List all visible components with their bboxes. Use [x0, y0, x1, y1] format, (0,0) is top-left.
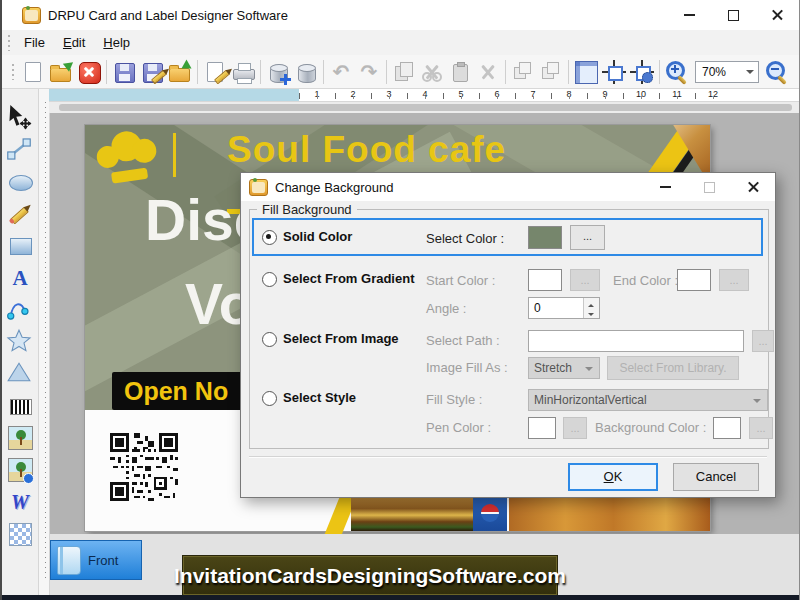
horizontal-scrollbar[interactable]	[49, 101, 800, 113]
minimize-button[interactable]	[667, 0, 711, 30]
menu-help[interactable]: Help	[94, 32, 139, 53]
background-pattern-tool-icon[interactable]	[6, 520, 34, 548]
pen-color-browse-button: ...	[563, 417, 587, 439]
zoom-level-select[interactable]: 70%	[695, 61, 759, 83]
image-tool-icon[interactable]	[6, 424, 34, 452]
ruler-number: 6	[479, 88, 515, 101]
toolbar-separator	[260, 60, 261, 84]
star-tool-icon[interactable]	[6, 328, 34, 356]
image-fill-as-label: Image Fill As :	[426, 360, 508, 375]
ruler-number: 1	[299, 88, 335, 101]
ruler-number: 2	[335, 88, 371, 101]
style-radio[interactable]	[262, 391, 277, 406]
cut-icon[interactable]	[419, 59, 445, 85]
grid-icon[interactable]	[573, 59, 599, 85]
app-icon	[22, 7, 41, 24]
print-icon[interactable]	[230, 59, 256, 85]
dialog-title-bar: Change Background	[241, 173, 775, 201]
solid-color-swatch[interactable]	[528, 226, 562, 249]
scrollbar-thumb[interactable]	[59, 104, 792, 111]
select-tool-icon[interactable]	[6, 104, 34, 132]
background-color-label: Background Color :	[595, 420, 706, 435]
save-as-icon[interactable]	[139, 59, 165, 85]
cancel-button[interactable]: Cancel	[673, 463, 759, 491]
window-edge	[0, 0, 2, 600]
start-color-browse-button: ...	[570, 269, 600, 291]
center-object-settings-icon[interactable]	[629, 59, 655, 85]
dialog-title: Change Background	[275, 180, 394, 195]
book-icon	[57, 546, 81, 575]
style-label[interactable]: Select Style	[283, 390, 356, 405]
open-file-icon[interactable]	[48, 59, 74, 85]
solid-color-label[interactable]: Solid Color	[283, 229, 352, 244]
zoom-in-icon[interactable]	[664, 59, 690, 85]
spinner-down-icon[interactable]	[584, 308, 599, 318]
gradient-label[interactable]: Select From Gradient	[283, 271, 414, 286]
image-radio[interactable]	[262, 332, 277, 347]
group-label: Fill Background	[257, 202, 357, 217]
toolbar-separator	[505, 60, 506, 84]
angle-label: Angle :	[426, 301, 466, 316]
toolbar-separator	[659, 60, 660, 84]
background-color-browse-button: ...	[749, 417, 773, 439]
toolbar-grip	[11, 64, 14, 80]
food-photo	[473, 498, 507, 531]
database-add-icon[interactable]	[265, 59, 291, 85]
application-window: DRPU Card and Label Designer Software Fi…	[0, 0, 800, 600]
new-document-icon[interactable]	[20, 59, 46, 85]
delete-icon[interactable]	[475, 59, 501, 85]
close-button[interactable]	[755, 0, 799, 30]
solid-color-browse-button[interactable]: ...	[570, 225, 605, 250]
bring-to-front-icon[interactable]	[510, 59, 536, 85]
dialog-minimize-button[interactable]	[643, 173, 687, 201]
pencil-tool-icon[interactable]	[6, 200, 34, 228]
center-object-icon[interactable]	[601, 59, 627, 85]
solid-color-radio[interactable]	[262, 230, 277, 245]
paste-icon[interactable]	[447, 59, 473, 85]
dialog-close-button[interactable]	[731, 173, 775, 201]
select-path-label: Select Path :	[426, 333, 500, 348]
path-input[interactable]	[528, 330, 744, 352]
end-color-label: End Color :	[613, 273, 678, 288]
zoom-out-icon[interactable]	[764, 59, 790, 85]
ellipse-tool-icon[interactable]	[6, 168, 34, 196]
maximize-button[interactable]	[711, 0, 755, 30]
save-icon[interactable]	[111, 59, 137, 85]
gradient-radio[interactable]	[262, 272, 277, 287]
undo-icon[interactable]: ↶	[328, 59, 354, 85]
export-file-icon[interactable]	[167, 59, 193, 85]
triangle-tool-icon[interactable]	[6, 360, 34, 388]
image-library-tool-icon[interactable]	[6, 456, 34, 484]
menu-edit[interactable]: Edit	[54, 32, 94, 53]
angle-spinner[interactable]: 0	[528, 297, 600, 319]
tool-palette: A W	[2, 88, 39, 595]
database-icon[interactable]	[293, 59, 319, 85]
window-title: DRPU Card and Label Designer Software	[48, 8, 288, 23]
select-color-label: Select Color :	[426, 231, 504, 246]
window-bottom-edge	[0, 595, 799, 600]
barcode-tool-icon[interactable]	[6, 392, 34, 420]
toolbar-separator	[568, 60, 569, 84]
vertical-ruler	[38, 88, 50, 595]
qr-code	[110, 433, 178, 503]
ruler-number: 7	[515, 88, 551, 101]
ruler-number: 8	[551, 88, 587, 101]
copy-icon[interactable]	[391, 59, 417, 85]
wordart-tool-icon[interactable]: W	[6, 488, 34, 516]
ruler-number: 9	[587, 88, 623, 101]
text-tool-icon[interactable]: A	[6, 264, 34, 292]
close-file-icon[interactable]	[76, 59, 102, 85]
front-page-tab[interactable]: Front	[50, 540, 142, 580]
rectangle-tool-icon[interactable]	[6, 232, 34, 260]
send-to-back-icon[interactable]	[538, 59, 564, 85]
menu-file[interactable]: File	[15, 32, 54, 53]
spinner-up-icon[interactable]	[584, 298, 599, 308]
image-label[interactable]: Select From Image	[283, 331, 399, 346]
redo-icon[interactable]: ↷	[356, 59, 382, 85]
fill-style-label: Fill Style :	[426, 392, 482, 407]
page-setup-icon[interactable]	[202, 59, 228, 85]
ruler-number: 5	[443, 88, 479, 101]
ok-button[interactable]: OK	[568, 463, 658, 491]
line-tool-icon[interactable]	[6, 136, 34, 164]
curve-tool-icon[interactable]	[6, 296, 34, 324]
